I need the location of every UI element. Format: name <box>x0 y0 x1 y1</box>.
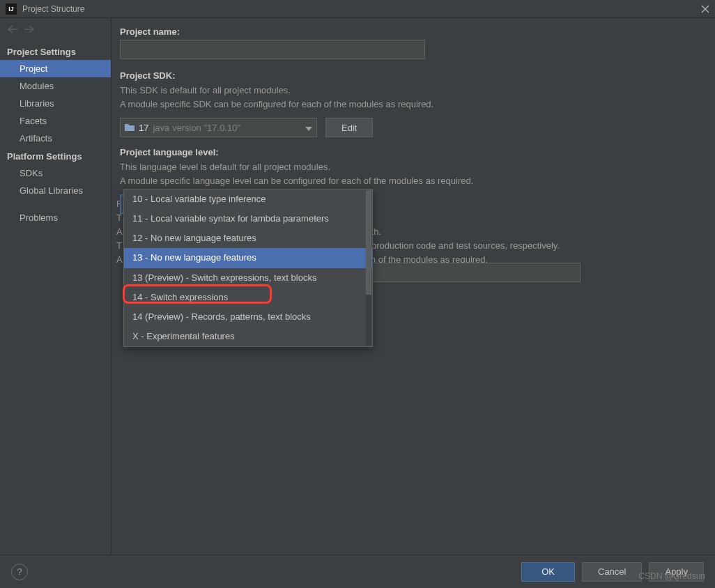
lang-option[interactable]: X - Experimental features <box>124 327 372 346</box>
sdk-desc-1: This SDK is default for all project modu… <box>120 84 700 98</box>
sidebar-item-artifacts[interactable]: Artifacts <box>0 130 111 147</box>
language-level-list: 10 - Local variable type inference 11 - … <box>123 189 373 347</box>
cancel-button[interactable]: Cancel <box>582 562 642 582</box>
section-platform-settings: Platform Settings <box>0 147 111 164</box>
lang-desc-1: This language level is default for all p… <box>120 160 700 174</box>
dialog-footer: ? OK Cancel Apply <box>0 555 715 588</box>
sidebar-item-project[interactable]: Project <box>0 60 111 77</box>
edit-button[interactable]: Edit <box>325 118 373 137</box>
lang-option[interactable]: 14 (Preview) - Records, patterns, text b… <box>124 307 372 327</box>
lang-option[interactable]: 13 (Preview) - Switch expressions, text … <box>124 268 372 288</box>
watermark: CSDN @Qredsun <box>638 571 705 581</box>
sdk-number: 17 <box>139 123 148 133</box>
sdk-dropdown[interactable]: 17 java version "17.0.10" <box>120 118 317 137</box>
sidebar-item-sdks[interactable]: SDKs <box>0 164 111 182</box>
sdk-version: java version "17.0.10" <box>153 123 240 133</box>
folder-icon <box>125 123 134 133</box>
lang-option[interactable]: 11 - Local variable syntax for lambda pa… <box>124 209 372 229</box>
chevron-down-icon <box>305 123 312 133</box>
close-icon[interactable] <box>701 5 709 13</box>
ok-button[interactable]: OK <box>521 562 575 582</box>
window-title: Project Structure <box>22 4 84 14</box>
intellij-logo-icon: IJ <box>6 3 17 15</box>
sdk-desc-2: A module specific SDK can be configured … <box>120 98 700 111</box>
lang-level-label: Project language level: <box>120 147 700 157</box>
project-name-input[interactable] <box>120 40 425 59</box>
nav-back-icon[interactable] <box>7 25 18 36</box>
sidebar-item-modules[interactable]: Modules <box>0 77 111 95</box>
sidebar-item-libraries[interactable]: Libraries <box>0 95 111 112</box>
lang-option[interactable]: 14 - Switch expressions <box>124 288 372 307</box>
nav-forward-icon[interactable] <box>24 25 35 36</box>
sidebar-item-global-libraries[interactable]: Global Libraries <box>0 182 111 199</box>
titlebar: IJ Project Structure <box>0 0 715 18</box>
lang-option[interactable]: 12 - No new language features <box>124 229 372 248</box>
lang-desc-2: A module specific language level can be … <box>120 174 700 188</box>
sidebar-item-problems[interactable]: Problems <box>0 209 111 226</box>
project-name-label: Project name: <box>120 26 700 37</box>
project-sdk-label: Project SDK: <box>120 70 700 81</box>
section-project-settings: Project Settings <box>0 42 111 60</box>
lang-option-highlighted[interactable]: 13 - No new language features <box>124 248 372 268</box>
lang-option[interactable]: 10 - Local variable type inference <box>124 189 372 209</box>
help-icon[interactable]: ? <box>11 564 28 580</box>
sidebar-item-facets[interactable]: Facets <box>0 112 111 130</box>
scrollbar-thumb[interactable] <box>366 190 371 295</box>
sidebar: Project Settings Project Modules Librari… <box>0 18 112 555</box>
